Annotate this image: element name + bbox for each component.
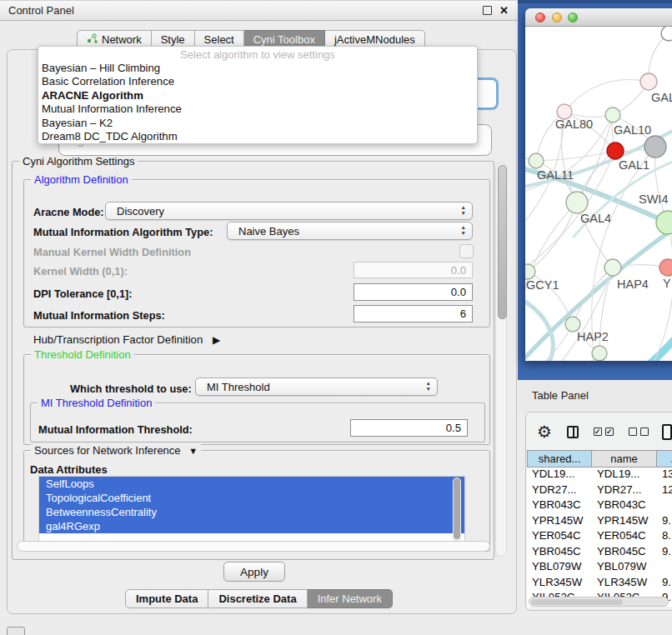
algorithm-dropdown-placeholder: Select algorithm to view settings: [38, 47, 477, 62]
network-node[interactable]: [604, 259, 621, 276]
column-header-A[interactable]: A: [657, 450, 672, 468]
table-horizontal-scrollbar[interactable]: [529, 597, 669, 607]
bottom-tab-discretize-data[interactable]: Discretize Data: [208, 589, 307, 608]
checked-box-icon: ✓: [605, 428, 614, 436]
attribute-item[interactable]: TopologicalCoefficient: [39, 491, 464, 505]
network-node[interactable]: [592, 346, 607, 361]
checked-pair-icon[interactable]: ✓✓: [594, 428, 614, 436]
aracne-mode-combo[interactable]: Discovery ▲▼: [105, 202, 473, 220]
cell-value: 9.: [662, 514, 672, 527]
network-node[interactable]: [605, 108, 620, 122]
network-window-titlebar[interactable]: [525, 8, 672, 27]
network-edge: [592, 147, 655, 361]
which-threshold-value: MI Threshold: [207, 381, 270, 393]
attribute-item[interactable]: gal4RGexp: [39, 519, 464, 533]
apply-button[interactable]: Apply: [223, 562, 285, 582]
manual-kernel-checkbox[interactable]: [459, 244, 474, 258]
control-panel-titlebar: Control Panel ✕: [0, 0, 517, 21]
algorithm-menu-item[interactable]: Basic Correlation Inference: [38, 75, 477, 88]
split-columns-icon[interactable]: [567, 426, 579, 438]
mi-steps-field[interactable]: 6: [354, 305, 473, 322]
right-triangle-icon: ▶: [213, 334, 220, 346]
table-row[interactable]: YPR145WYPR145W9.: [527, 514, 672, 530]
attributes-scrollbar[interactable]: [453, 478, 461, 542]
document-icon[interactable]: [662, 424, 672, 440]
minimize-traffic-light[interactable]: [552, 12, 562, 22]
cell-name: YPR145W: [597, 514, 659, 527]
mi-steps-label: Mutual Information Steps:: [33, 309, 165, 322]
table-row[interactable]: YDL19...YDL19...13: [527, 468, 672, 483]
node-label: Y: [663, 277, 671, 290]
table-row[interactable]: YER054CYER054C8.: [527, 529, 672, 545]
network-canvas[interactable]: GALGAL80GAL10GAL1GAL11SWI4GAL4GCY1HAP4YH…: [525, 27, 672, 361]
table-panel-title: Table Panel: [532, 389, 589, 402]
close-icon[interactable]: ✕: [499, 5, 509, 16]
hub-expander-label: Hub/Transcription Factor Definition: [33, 333, 203, 346]
settings-horizontal-scrollbar[interactable]: [17, 541, 490, 552]
cell-shared-name: YER054C: [532, 529, 595, 542]
attribute-item[interactable]: SelfLoops: [39, 477, 464, 491]
dpi-tolerance-field[interactable]: 0.0: [354, 283, 473, 301]
stepper-arrows-icon: ▲▼: [426, 380, 431, 392]
node-label: GAL1: [619, 158, 649, 172]
network-node[interactable]: [656, 211, 672, 234]
algorithm-menu-item[interactable]: ARACNE Algorithm: [38, 89, 477, 102]
tab-label: Style: [161, 33, 185, 46]
table-row[interactable]: YBL079WYBL079W: [527, 560, 672, 576]
network-node[interactable]: [640, 73, 657, 90]
algorithm-menu-item[interactable]: Mutual Information Inference: [38, 102, 477, 116]
network-node[interactable]: [566, 192, 588, 213]
table-row[interactable]: YBR045CYBR045C9.: [527, 545, 672, 561]
network-node[interactable]: [525, 264, 535, 279]
collapsed-panel-icon[interactable]: [7, 627, 25, 635]
gear-icon[interactable]: ⚙: [537, 423, 552, 440]
bottom-tab-impute-data[interactable]: Impute Data: [125, 589, 208, 608]
mi-type-combo[interactable]: Naive Bayes ▲▼: [227, 222, 473, 240]
table-row[interactable]: YLR345WYLR345W9.: [527, 576, 672, 592]
mi-threshold-field[interactable]: 0.5: [350, 419, 468, 437]
node-label: GCY1: [526, 278, 559, 292]
settings-vertical-scrollbar[interactable]: [495, 162, 507, 557]
network-node[interactable]: [661, 27, 672, 41]
unchecked-pair-icon[interactable]: [629, 428, 649, 436]
cell-value: 12: [662, 483, 672, 496]
network-node[interactable]: [644, 136, 666, 158]
apply-button-label: Apply: [240, 566, 268, 578]
column-header-name[interactable]: name: [592, 450, 657, 468]
algorithm-dropdown-items: Bayesian – Hill ClimbingBasic Correlatio…: [38, 62, 477, 143]
mi-threshold-label: Mutual Information Threshold:: [38, 423, 193, 436]
network-edge: [564, 80, 649, 112]
aracne-mode-value: Discovery: [117, 205, 164, 218]
close-traffic-light[interactable]: [535, 12, 545, 22]
cell-value: 9.: [662, 545, 672, 558]
control-panel-title: Control Panel: [8, 4, 74, 17]
float-window-icon[interactable]: [483, 6, 492, 15]
tab-label: Select: [204, 33, 234, 46]
sources-expander[interactable]: Sources for Network Inference ▼: [31, 444, 201, 457]
hub-expander[interactable]: Hub/Transcription Factor Definition ▶: [33, 333, 220, 346]
network-edge: [536, 151, 615, 161]
tab-label: Network: [102, 33, 142, 46]
attribute-item[interactable]: BetweennessCentrality: [39, 505, 464, 519]
table-row[interactable]: YBR043CYBR043C: [527, 498, 672, 514]
algorithm-menu-item[interactable]: Bayesian – Hill Climbing: [38, 62, 477, 75]
network-node[interactable]: [659, 259, 672, 276]
algorithm-menu-item[interactable]: Bayesian – K2: [38, 117, 477, 130]
bottom-tab-infer-network[interactable]: Infer Network: [308, 589, 393, 608]
algorithm-menu-item[interactable]: Dream8 DC_TDC Algorithm: [38, 130, 477, 143]
which-threshold-combo[interactable]: MI Threshold ▲▼: [195, 378, 438, 396]
cell-shared-name: YBL079W: [532, 560, 595, 572]
network-node[interactable]: [607, 142, 624, 159]
table-row[interactable]: YDR27...YDR27...12: [527, 483, 672, 499]
network-icon: [87, 33, 98, 44]
window-buttons: ✕: [483, 1, 509, 20]
mi-threshold-title: MI Threshold Definition: [38, 397, 155, 409]
node-label: HAP2: [577, 330, 609, 343]
network-node[interactable]: [529, 153, 544, 168]
mi-steps-value: 6: [460, 308, 466, 320]
down-triangle-icon: ▼: [188, 446, 198, 456]
screen: Control Panel ✕ NetworkStyleSelectCyni T…: [0, 0, 672, 635]
zoom-traffic-light[interactable]: [568, 12, 578, 22]
column-header-shared[interactable]: shared...: [527, 450, 592, 468]
threshold-definition-title: Threshold Definition: [31, 348, 134, 361]
